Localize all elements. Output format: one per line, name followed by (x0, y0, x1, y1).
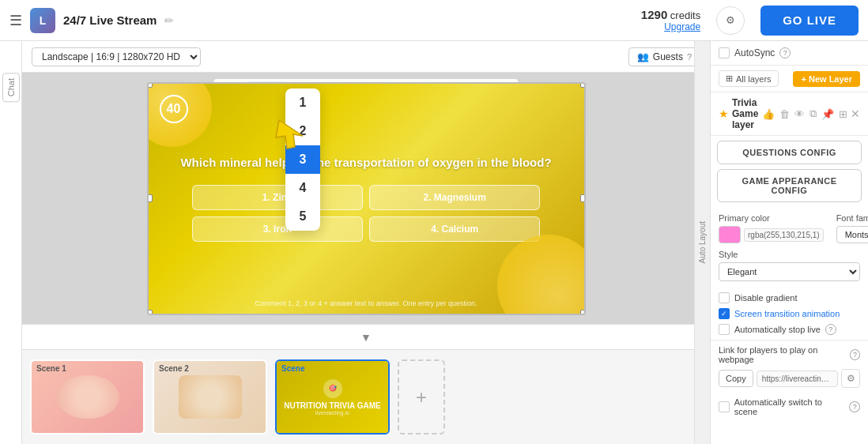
trivia-layer-title: Trivia Game layer (732, 97, 759, 130)
handle-ml[interactable] (147, 194, 153, 202)
color-field: Primary color rgba(255,130,215,1) (719, 213, 824, 243)
left-sidebar: Chat (0, 41, 22, 444)
layers-icon: ⊞ (726, 73, 733, 84)
eye-icon[interactable]: 👁 (794, 108, 805, 120)
scene-item-2[interactable]: Scene 2 (153, 359, 267, 435)
guests-label: Guests (653, 51, 683, 62)
screen-transition-row: Screen transition animation (711, 308, 868, 319)
link-row: Copy ⚙ (719, 369, 860, 388)
answer-1: 1. Zinc (192, 185, 363, 210)
gear-icon: ⚙ (726, 14, 735, 26)
num-item-4[interactable]: 4 (285, 174, 320, 202)
link-settings-button[interactable]: ⚙ (841, 369, 860, 388)
new-layer-button[interactable]: + New Layer (793, 71, 860, 87)
main-layout: Chat Landscape | 16:9 | 1280x720 HD 👥 Gu… (0, 41, 868, 444)
logo: L (30, 8, 55, 33)
handle-tr[interactable] (580, 82, 586, 88)
scene-3-label: Scene (281, 364, 304, 373)
font-family-label: Font family (836, 213, 868, 223)
aspect-ratio-select[interactable]: Landscape | 16:9 | 1280x720 HD (32, 47, 201, 66)
trivia-layer-header: ★ Trivia Game layer 👍 🗑 👁 ⧉ 📌 ⊞ ✕ (711, 92, 868, 136)
question-number-badge: 40 (160, 95, 188, 123)
screen-transition-checkbox[interactable] (719, 308, 730, 319)
font-family-field: Font family Montserrat (836, 213, 868, 243)
scene-item-3[interactable]: 🎯 NUTRITION TRIVIA GAME livereacting.io … (275, 359, 390, 435)
autosync-help[interactable]: ? (779, 47, 791, 58)
auto-stop-help[interactable]: ? (825, 324, 836, 335)
layer-icons: 👍 🗑 👁 ⧉ 📌 ⊞ (762, 107, 847, 120)
auto-switch-checkbox[interactable] (719, 401, 730, 412)
handle-bl[interactable] (147, 310, 153, 315)
preview-inner: 40 Which mineral helps in the transporta… (149, 84, 584, 314)
trash-icon[interactable]: 🗑 (779, 108, 790, 120)
primary-color-label: Primary color (719, 213, 824, 223)
edit-icon[interactable]: ✏ (164, 14, 174, 27)
answer-4: 4. Calcium (369, 216, 540, 242)
auto-stop-label: Automatically stop live (734, 325, 821, 334)
preview-comment: Comment 1, 2, 3 or 4 + answer text to an… (255, 299, 477, 307)
scene-2-label: Scene 2 (159, 364, 189, 373)
auto-switch-help[interactable]: ? (849, 401, 860, 412)
scene3-sub: livereacting.io (315, 410, 349, 416)
link-input[interactable] (757, 371, 838, 387)
canvas-toolbar: Landscape | 16:9 | 1280x720 HD 👥 Guests … (22, 41, 710, 73)
color-family-row: Primary color rgba(255,130,215,1) Font f… (719, 213, 860, 243)
page-title: 24/7 Live Stream (63, 13, 157, 27)
expand-chevron[interactable]: ▼ (360, 331, 372, 344)
pin-icon[interactable]: 📌 (821, 108, 834, 120)
scene-bar: Scene 1 Scene 2 🎯 NUTRITION TRIVIA GAME … (22, 349, 710, 444)
autosync-checkbox[interactable] (719, 47, 730, 58)
num-item-5[interactable]: 5 (285, 202, 320, 231)
progress-bar-area: ▼ (22, 324, 710, 349)
lemon-decoration-br (497, 235, 584, 314)
copy-icon[interactable]: ⧉ (810, 107, 817, 120)
question-number-dropdown[interactable]: 1 2 3 4 5 (285, 88, 320, 231)
add-scene-button[interactable]: + (398, 359, 445, 435)
scene-1-label: Scene 1 (36, 364, 66, 373)
expand-icon[interactable]: ⊞ (839, 108, 847, 120)
auto-switch-label: Automatically switch to scene (734, 397, 845, 416)
auto-stop-row: Automatically stop live ? (711, 324, 868, 335)
thumb-up-icon[interactable]: 👍 (762, 108, 775, 120)
copy-button[interactable]: Copy (719, 370, 753, 387)
scene3-title: NUTRITION TRIVIA GAME (284, 401, 380, 410)
credits-display: 1290 credits Upgrade (641, 8, 700, 32)
font-family-select[interactable]: Montserrat (836, 226, 868, 243)
answer-3: 3. Iron (192, 216, 363, 242)
handle-br[interactable] (580, 310, 586, 315)
layer-close-button[interactable]: ✕ (851, 107, 860, 120)
scene-item-1[interactable]: Scene 1 (30, 359, 145, 435)
menu-icon[interactable]: ☰ (9, 12, 22, 29)
canvas-preview: 1 2 3 4 5 Start Question Question end Ga… (22, 73, 710, 324)
preview-frame: 40 Which mineral helps in the transporta… (147, 82, 586, 315)
credits-text: credits (670, 9, 700, 21)
layers-bar: ⊞ All layers + New Layer (711, 66, 868, 92)
all-layers-button[interactable]: ⊞ All layers (719, 70, 779, 87)
guests-help-icon[interactable]: ? (687, 52, 692, 62)
link-section: Link for players to play on webpage ? Co… (711, 340, 868, 393)
canvas-area: Landscape | 16:9 | 1280x720 HD 👥 Guests … (22, 41, 710, 444)
settings-button[interactable]: ⚙ (716, 6, 745, 35)
link-help-icon[interactable]: ? (850, 349, 860, 360)
auto-stop-checkbox[interactable] (719, 324, 730, 335)
disable-gradient-checkbox[interactable] (719, 292, 730, 303)
link-settings-icon: ⚙ (847, 373, 855, 384)
star-icon: ★ (719, 107, 729, 120)
guests-icon: 👥 (637, 51, 649, 62)
handle-tl[interactable] (147, 82, 153, 88)
auto-layout-label: Auto Layout (698, 221, 707, 263)
scene3-logo: 🎯 (323, 379, 342, 398)
upgrade-link[interactable]: Upgrade (641, 21, 700, 32)
golive-button[interactable]: GO LIVE (760, 6, 859, 36)
handle-mr[interactable] (580, 194, 586, 202)
primary-color-swatch[interactable] (719, 226, 741, 243)
questions-config-button[interactable]: QUESTIONS CONFIG (717, 141, 862, 164)
game-appearance-config-button[interactable]: GAME APPEARANCE CONFIG (717, 169, 862, 202)
disable-gradient-row: Disable gradient (711, 292, 868, 303)
guests-button[interactable]: 👥 Guests ? (628, 47, 700, 66)
appearance-section: Primary color rgba(255,130,215,1) Font f… (711, 207, 868, 292)
chat-sidebar-item[interactable]: Chat (2, 73, 20, 102)
style-select[interactable]: Elegant (719, 262, 860, 281)
auto-switch-row: Automatically switch to scene ? (711, 393, 868, 421)
primary-color-value: rgba(255,130,215,1) (744, 228, 824, 242)
